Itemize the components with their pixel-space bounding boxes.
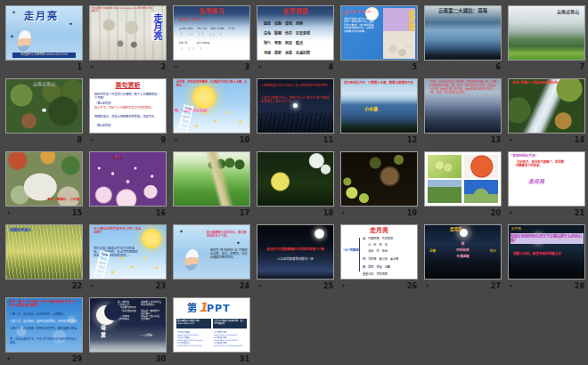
slide-thumbnail-6[interactable]: 云南第二大湖泊：洱海 [424,5,502,61]
slide-thumbnail-31[interactable]: 第1PPT更多精品PPT模板下载：www.1ppt.com免费PPT模板下载请登… [173,297,250,353]
slide-number: 6 [495,63,501,71]
quote-text: 我们到溪边去吧，去看看小水塘，看看水塘里的月亮 [344,81,415,85]
slide-thumbnail-20[interactable] [424,151,502,207]
slide-cell: 母爱是一缕阳光 让你的心灵 即使在寒冷的冬天 也能感到温暖如春 是一泓清泉 让你… [88,296,172,365]
slide-thumbnail-27[interactable]: 走月亮温馨快乐爱阿妈和我幸福温暖 [424,224,502,280]
transition-icon[interactable]: ✦ [257,64,262,69]
slide-title: “我和阿妈走月亮” [510,154,537,158]
slide-cell: 我们到溪边去吧，去看看小水塘，看看水塘里的月亮小水塘12 [339,77,423,150]
task-text: 体会“流着”一词连用两次的好处 [512,81,582,85]
slide-thumbnail-8[interactable]: 云南点苍山 [5,78,83,134]
caption-text: 稻穗低垂着头 [10,228,31,232]
slide-title: 走月亮 [24,11,59,23]
sparkle-icon: ✦ [69,20,73,28]
slide-cell: 第1PPT更多精品PPT模板下载：www.1ppt.com免费PPT模板下载请登… [172,296,256,365]
watermark-text: 绿色圃中小学教育网 http://www.lspjy.com 原创课件 绿色圃论… [92,7,153,12]
transition-icon[interactable]: ✦ [6,210,11,215]
slide-thumbnail-7[interactable]: 云南点苍山 [508,5,585,61]
slide-cell: 生字练习看拼音，写词语。yuán pán róu hé dàn sháo nǐ … [172,4,256,77]
slide-footer: 5 [340,61,418,73]
refrain-text: 啊，我和阿妈走月亮！ [175,109,210,113]
transition-icon[interactable]: ✦ [90,137,94,142]
slide-footer: ✦27 [424,280,502,292]
slide-number: 1 [77,63,82,71]
slide-number: 18 [323,209,333,217]
transition-icon[interactable]: ✦ [509,283,513,288]
slide-thumbnail-16[interactable]: 野花 [89,151,167,207]
slide-cell: 生字词语圆盘 成熟 柔和 风俗白兔 嫦娥 传奇 玩耍游戏淘气 埋怨 明显 糕点河… [256,4,339,77]
slide-thumbnail-1[interactable]: ✦走月亮✦✦绿色圃中小学教育网 WWW.LSPJY.COM [5,5,83,61]
slide-cell: ✦走月亮✦✦绿色圃中小学教育网 WWW.LSPJY.COM1 [4,4,88,77]
transition-icon[interactable]: ✦ [174,64,178,69]
answer-line: 哦，这是反复的写法，突出“我”和阿妈走月亮时的幸福与喜悦。 [10,338,79,345]
slide-thumbnail-24[interactable]: ✦✦秋天蕴藏着丰收的果实，散发着甜甜的泥土气息。细读写“我”和阿妈“走”月亮的全… [173,224,250,280]
slide-number: 20 [491,209,501,217]
slide-cell: 绿色圃中小学教育网 http://www.lspjy.com 原创课件 绿色圃论… [88,4,172,77]
slide-cell: “我和阿妈走月亮”·美好夜色，秋虫夜鸟都睡了，果园里也飘着果子的甜香。走月亮✦2… [507,150,588,223]
sparkle-icon: ✦ [12,9,16,16]
question-line: 1.细细的溪水有什么特点？是从哪些词句中体会到的？ [261,84,331,87]
transition-icon[interactable]: ✦ [90,64,94,69]
slide-thumbnail-12[interactable]: 我们到溪边去吧，去看看小水塘，看看水塘里的月亮小水塘 [340,78,418,134]
slide-thumbnail-22[interactable]: 稻穗低垂着头 [5,224,83,280]
slide-thumbnail-26[interactable]: 走月亮“走”的路线看：月盘明亮 月光柔和 山 树 草 花 溪岸 桥 果园想：洗衣… [340,224,418,280]
slide-thumbnail-29[interactable]: 思考：课文一共出现了几次“我和阿妈走月亮”？为什么要反复出现写？1.第一次：走过… [5,297,83,353]
slide-cell: 美句赏析卵石间有多少可爱的小水塘啊，每个小水塘都抱着一个月亮！（第2自然段）拟人… [88,77,172,150]
outline-line: 看：月盘明亮 月光柔和 [363,238,416,241]
slide-number: 15 [72,209,82,217]
transition-icon[interactable]: ✦ [509,137,513,142]
transition-icon[interactable]: ✦ [90,283,94,288]
body-text: 细读写“我”和阿妈“走”月亮的全过程：溪边、田埂间，说说你最喜欢哪处景色。 [210,248,248,259]
transition-icon[interactable]: ✦ [6,356,11,361]
slide-footer: 11 [257,134,334,146]
word-row: 淘气 埋怨 明显 糕点 [264,41,331,45]
transition-icon[interactable]: ✦ [341,283,346,288]
slide-cell: 野花16 [88,150,172,223]
transition-icon[interactable]: ✦ [341,210,346,215]
slide-thumbnail-23[interactable]: 天上那么好的月亮不见了吗？怎么办呢？我们沿着小路走过月光闪闪的溪岸，走过石拱桥；… [89,224,167,280]
slide-thumbnail-13[interactable]: “阿妈，白天你在溪里洗衣裳，而我用树叶做小船，运载许多新鲜的花瓣。哦，阿妈，我们… [424,78,502,134]
slide-number: 12 [407,136,417,144]
slide-thumbnail-14[interactable]: 体会“流着”一词连用两次的好处 [508,78,585,134]
slide-number: 26 [407,282,417,290]
slide-cell: 溪水 鹅卵石 小水塘✦15 [4,150,88,223]
slide-footer: ✦14 [508,134,585,146]
slide-cell: 思考：课文一共出现了几次“我和阿妈走月亮”？为什么要反复出现写？1.第一次：走过… [4,296,88,365]
slide-thumbnail-3[interactable]: 生字练习看拼音，写词语。yuán pán róu hé dàn sháo nǐ … [173,5,250,61]
slide-thumbnail-15[interactable]: 溪水 鹅卵石 小水塘 [5,151,83,207]
slide-footer: 6 [424,61,502,73]
transition-icon[interactable]: ✦ [425,283,429,288]
slide-thumbnail-2[interactable]: 绿色圃中小学教育网 http://www.lspjy.com 原创课件 绿色圃论… [89,5,167,61]
slide-thumbnail-11[interactable]: 1.细细的溪水有什么特点？是从哪些词句中体会到的？2.溪水里倒映了什么，想到了什… [257,78,334,134]
transition-icon[interactable]: ✦ [257,283,262,288]
answer-line: 2.第二次：走过果园，看到丰收的景象，闻到果子的甜香。 [10,320,79,324]
slide-number: 17 [240,209,249,217]
slide-cell: 云南第二大湖泊：洱海6 [423,4,507,77]
slide-footer: 24 [173,280,250,292]
slide-thumbnail-19[interactable] [340,151,418,207]
slide-thumbnail-25[interactable]: 夜深的月色里隐藏着村庄悄悄的温馨与宁静人与自然和谐美好融为一体 [257,224,334,280]
transition-icon[interactable]: ✦ [509,210,513,215]
slide-thumbnail-21[interactable]: “我和阿妈走月亮”·美好夜色，秋虫夜鸟都睡了，果园里也飘着果子的甜香。走月亮 [508,151,585,207]
slide-thumbnail-30[interactable]: 母爱是一缕阳光 让你的心灵 即使在寒冷的冬天 也能感到温暖如春 是一泓清泉 让你… [89,297,167,353]
slide-thumbnail-4[interactable]: 生字词语圆盘 成熟 柔和 风俗白兔 嫦娥 传奇 玩耍游戏淘气 埋怨 明显 糕点河… [257,5,334,61]
slide-footer: ✦10 [173,134,250,146]
answer-line: 3.第三次：走过田埂，想到白天的劳作，感受温暖与幸福。 [10,328,79,331]
transition-icon[interactable]: ✦ [174,137,178,142]
slide-thumbnail-10[interactable]: 这时候，阿妈喜欢牵着我，在洒满月光的小路上走着，走啊走……啊，我和阿妈走月亮！ [173,78,250,134]
slide-number: 30 [156,355,166,363]
slide-thumbnail-18[interactable] [257,151,334,207]
slide-thumbnail-9[interactable]: 美句赏析卵石间有多少可爱的小水塘啊，每个小水塘都抱着一个月亮！（第2自然段）拟人… [89,78,167,134]
slide-number: 3 [244,63,249,71]
answer-brackets: （ ） （ ） [179,47,203,51]
slide-thumbnail-5[interactable]: 《走月亮》 月儿明，月儿亮，课文写的是“走月亮”是我国南方一些地区的习俗，指在月… [340,5,418,61]
logo-text: PPT [207,303,231,315]
slide-cell: ✦19 [339,150,423,223]
slide-number: 11 [323,136,333,144]
slide-cell: 夜深的月色里隐藏着村庄悄悄的温馨与宁静人与自然和谐美好融为一体✦25 [256,223,339,296]
slide-thumbnail-17[interactable] [173,151,250,207]
slide-cell: 走月亮“走”的路线看：月盘明亮 月光柔和 山 树 草 花 溪岸 桥 果园想：洗衣… [339,223,423,296]
pinyin-line: bǎi lè yín háng [179,41,209,45]
outline-label: “走”的路线 [343,248,359,252]
slide-thumbnail-28[interactable]: 走月亮假如让你和妈妈在月光下走路会是什么样的心情？热爱大自然，感受亲情的温暖之美 [508,224,585,280]
